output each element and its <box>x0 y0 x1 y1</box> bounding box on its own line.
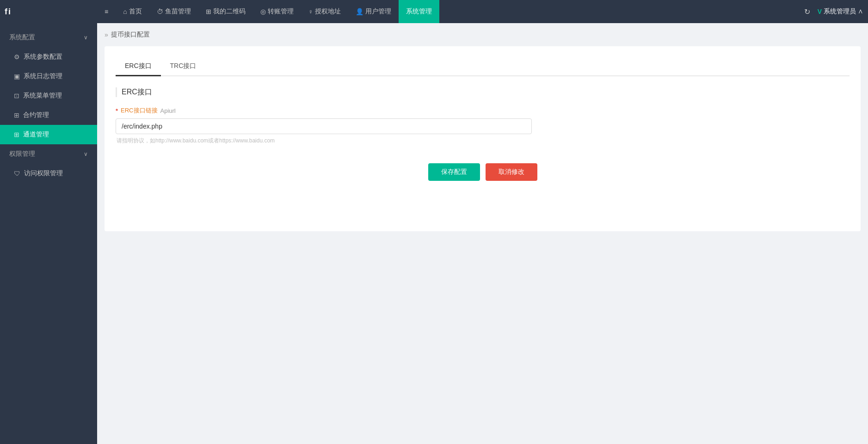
tab-trc[interactable]: TRC接口 <box>161 57 206 76</box>
sidebar-permission-label: 权限管理 <box>9 150 35 158</box>
breadcrumb: » 提币接口配置 <box>105 31 861 39</box>
qr-icon: ⊞ <box>206 8 211 15</box>
channel-icon: ⊞ <box>14 131 19 138</box>
logo-area: fi <box>5 7 97 17</box>
sidebar-section-sys-config[interactable]: 系统配置 ∨ <box>0 28 97 47</box>
form-hint: 请指明协议，如http://www.baidu.com或者https://www… <box>116 137 850 145</box>
menu-list-icon: ⊡ <box>14 92 19 99</box>
sidebar-section-permission[interactable]: 权限管理 ∨ <box>0 144 97 164</box>
user-name: 系统管理员 ∧ <box>824 7 863 16</box>
nav-right: ↻ V 系统管理员 ∧ <box>804 7 863 16</box>
contract-icon: ⊞ <box>14 111 19 119</box>
transfer-icon: ◎ <box>260 8 266 15</box>
sidebar-item-sys-params[interactable]: ⚙ 系统参数配置 <box>0 47 97 67</box>
user-info[interactable]: V 系统管理员 ∧ <box>818 7 863 16</box>
menu-icon: ≡ <box>105 8 108 15</box>
label-sub: Apiurl <box>160 107 176 114</box>
sidebar-item-sys-log[interactable]: ▣ 系统日志管理 <box>0 67 97 86</box>
sidebar-section-label: 系统配置 <box>9 33 35 42</box>
log-icon: ▣ <box>14 73 20 80</box>
layout: 系统配置 ∨ ⚙ 系统参数配置 ▣ 系统日志管理 ⊡ 系统菜单管理 ⊞ 合约管理… <box>0 23 868 444</box>
tab-erc[interactable]: ERC接口 <box>116 57 161 76</box>
main-content: » 提币接口配置 ERC接口 TRC接口 ERC接口 * ERC接口链接 <box>97 23 868 444</box>
gear-icon: ⚙ <box>14 53 20 61</box>
nav-menu-toggle[interactable]: ≡ <box>97 0 116 23</box>
top-nav: fi ≡ ⌂ 首页 ⏱ 鱼苗管理 ⊞ 我的二维码 ◎ 转账管理 ♀ 授权地址 👤… <box>0 0 868 23</box>
sidebar-item-contract[interactable]: ⊞ 合约管理 <box>0 105 97 125</box>
tabs: ERC接口 TRC接口 <box>116 57 850 76</box>
erc-url-input[interactable] <box>116 118 532 134</box>
breadcrumb-text: 提币接口配置 <box>111 31 150 39</box>
card: ERC接口 TRC接口 ERC接口 * ERC接口链接 Apiurl 请指明协议… <box>105 46 861 231</box>
user-icon: 👤 <box>356 8 363 15</box>
save-button[interactable]: 保存配置 <box>428 163 480 181</box>
auth-icon: ♀ <box>308 8 314 15</box>
sidebar-item-sys-menu[interactable]: ⊡ 系统菜单管理 <box>0 86 97 105</box>
chevron-down-icon-2: ∨ <box>84 151 88 157</box>
refresh-icon[interactable]: ↻ <box>804 7 810 16</box>
home-icon: ⌂ <box>123 8 127 15</box>
sidebar: 系统配置 ∨ ⚙ 系统参数配置 ▣ 系统日志管理 ⊡ 系统菜单管理 ⊞ 合约管理… <box>0 23 97 444</box>
nav-user-mgmt[interactable]: 👤 用户管理 <box>348 0 399 23</box>
nav-qrcode[interactable]: ⊞ 我的二维码 <box>198 0 253 23</box>
btn-group: 保存配置 取消修改 <box>116 163 850 181</box>
required-mark: * <box>116 107 118 114</box>
sidebar-item-channel[interactable]: ⊞ 通道管理 <box>0 125 97 144</box>
form-label-erc: * ERC接口链接 Apiurl <box>116 106 850 115</box>
nav-sys-mgmt[interactable]: 系统管理 <box>399 0 439 23</box>
nav-fish[interactable]: ⏱ 鱼苗管理 <box>149 0 198 23</box>
cancel-button[interactable]: 取消修改 <box>486 163 537 181</box>
nav-auth-addr[interactable]: ♀ 授权地址 <box>301 0 349 23</box>
form-group-erc-url: * ERC接口链接 Apiurl 请指明协议，如http://www.baidu… <box>116 106 850 145</box>
shield-icon: 🛡 <box>14 170 20 177</box>
label-main: ERC接口链接 <box>121 106 157 115</box>
breadcrumb-arrow: » <box>105 31 108 38</box>
user-v-icon: V <box>818 8 822 15</box>
nav-home[interactable]: ⌂ 首页 <box>116 0 149 23</box>
section-title: ERC接口 <box>116 87 850 97</box>
sidebar-item-access-control[interactable]: 🛡 访问权限管理 <box>0 164 97 183</box>
nav-transfer[interactable]: ◎ 转账管理 <box>253 0 301 23</box>
chevron-down-icon: ∨ <box>84 34 88 41</box>
logo-text: fi <box>5 7 12 17</box>
fish-icon: ⏱ <box>157 8 163 15</box>
nav-items: ≡ ⌂ 首页 ⏱ 鱼苗管理 ⊞ 我的二维码 ◎ 转账管理 ♀ 授权地址 👤 用户… <box>97 0 804 23</box>
